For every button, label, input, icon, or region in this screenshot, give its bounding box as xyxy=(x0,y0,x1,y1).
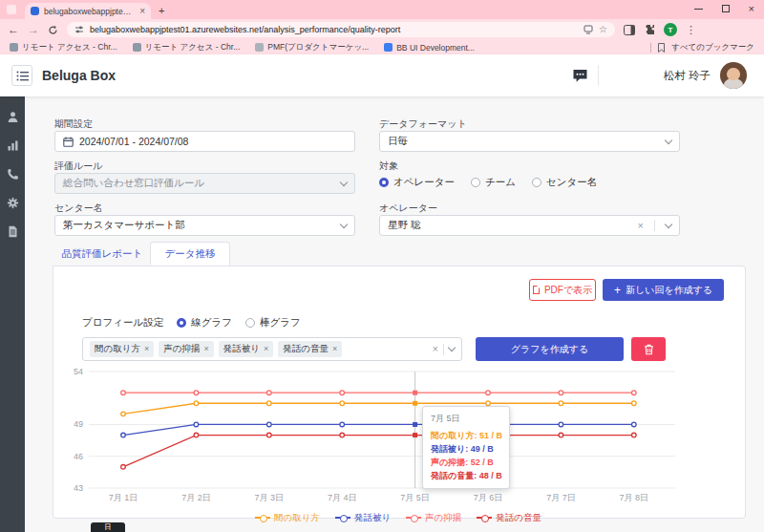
browser-menu-icon[interactable]: ⋮ xyxy=(686,25,696,35)
bookmark-item[interactable]: リモート アクセス - Chr... xyxy=(133,42,241,53)
close-icon[interactable]: × xyxy=(749,4,754,14)
address-action-icon[interactable] xyxy=(584,25,593,34)
url-text[interactable]: belugaboxwebappjptest01.azurewebsites.ne… xyxy=(90,25,578,34)
bookmark-item[interactable]: BB UI Development... xyxy=(384,43,475,53)
app-sidebar xyxy=(0,96,25,532)
chart-point-active[interactable] xyxy=(413,401,417,406)
sidebar-toggle-button[interactable] xyxy=(11,65,32,86)
chevron-down-icon[interactable] xyxy=(665,220,672,227)
chart-point[interactable] xyxy=(559,401,563,406)
chart-point[interactable] xyxy=(632,422,637,427)
bookmark-item[interactable]: リモート アクセス - Chr... xyxy=(10,42,117,53)
metrics-multiselect[interactable]: 間の取り方 × 声の抑揚 × 発話被り × 発話の音量 × × xyxy=(82,337,462,361)
bookmark-star-icon[interactable]: ☆ xyxy=(599,25,607,34)
chart-point[interactable] xyxy=(559,422,563,427)
remove-chip-icon[interactable]: × xyxy=(144,345,149,353)
bookmark-item[interactable]: PMF(プロダクトマーケッ... xyxy=(255,42,369,53)
clear-all-icon[interactable]: × xyxy=(433,344,438,354)
chart-point[interactable] xyxy=(121,412,126,416)
tab-quality-report[interactable]: 品質評価レポート xyxy=(54,242,150,266)
back-icon[interactable]: ← xyxy=(8,24,19,35)
radio-line-graph[interactable] xyxy=(177,318,186,328)
chart-point[interactable] xyxy=(267,433,272,437)
chart-point[interactable] xyxy=(340,401,345,406)
browser-tab[interactable]: belugaboxwebappjptest01.azu × xyxy=(25,3,151,19)
sidebar-phone-icon[interactable] xyxy=(7,168,19,181)
chart-point[interactable] xyxy=(559,391,563,395)
forward-icon[interactable]: → xyxy=(28,24,39,35)
radio-operator[interactable] xyxy=(379,178,389,187)
chart-point[interactable] xyxy=(559,433,563,437)
tab-data-trend[interactable]: データ推移 xyxy=(150,242,230,266)
chart-point[interactable] xyxy=(267,422,272,427)
sidebar-user-icon[interactable] xyxy=(7,111,19,123)
tab-close-icon[interactable]: × xyxy=(139,7,145,16)
chart-point[interactable] xyxy=(486,391,491,395)
minimize-icon[interactable] xyxy=(694,9,703,10)
sidebar-chart-icon[interactable] xyxy=(7,139,19,152)
chart-point[interactable] xyxy=(121,465,126,470)
chart-point-active[interactable] xyxy=(413,433,417,437)
period-input[interactable]: 2024/07/01 - 2024/07/08 xyxy=(54,131,355,152)
radio-center[interactable] xyxy=(532,178,541,187)
chart-point[interactable] xyxy=(340,391,345,395)
reload-icon[interactable] xyxy=(48,25,58,35)
extensions-icon[interactable] xyxy=(644,24,655,35)
x-tick-label: 7月 6日 xyxy=(474,493,503,502)
chart-point[interactable] xyxy=(121,391,126,395)
chart-point[interactable] xyxy=(632,391,637,395)
metric-chip[interactable]: 間の取り方 × xyxy=(90,341,154,357)
metric-chip[interactable]: 声の抑揚 × xyxy=(159,341,214,357)
chart-point[interactable] xyxy=(267,401,272,406)
all-bookmarks[interactable]: すべてのブックマーク xyxy=(650,42,754,53)
remove-chip-icon[interactable]: × xyxy=(332,345,337,353)
chart-point[interactable] xyxy=(194,433,199,437)
clear-icon[interactable]: × xyxy=(638,221,644,231)
legend-item[interactable]: 間の取り方 xyxy=(255,512,320,524)
chart-point[interactable] xyxy=(267,391,272,395)
radio-team[interactable] xyxy=(471,178,480,187)
trend-chart-svg[interactable]: 434649547月 1日7月 2日7月 3日7月 4日7月 5日7月 6日7月… xyxy=(64,366,732,505)
side-panel-icon[interactable] xyxy=(624,25,635,35)
x-tick-label: 7月 2日 xyxy=(181,493,211,502)
legend-item[interactable]: 発話被り xyxy=(335,512,391,524)
chart-point[interactable] xyxy=(194,401,199,406)
chart-point[interactable] xyxy=(340,422,345,427)
chart-point[interactable] xyxy=(632,433,637,437)
user-avatar[interactable] xyxy=(720,62,747,89)
maximize-icon[interactable] xyxy=(722,5,730,12)
chart-point-active[interactable] xyxy=(413,391,417,395)
legend-item[interactable]: 発話の音量 xyxy=(477,512,541,524)
operator-select[interactable]: 星野 聡 × xyxy=(379,215,680,236)
sidebar-document-icon[interactable] xyxy=(7,225,19,238)
legend-item[interactable]: 声の抑揚 xyxy=(406,512,461,524)
radio-bar-graph[interactable] xyxy=(245,318,255,328)
create-new-button[interactable]: + 新しい回を作成する xyxy=(603,279,724,301)
site-settings-icon[interactable] xyxy=(74,25,84,34)
chevron-down-icon[interactable] xyxy=(448,344,456,351)
remove-chip-icon[interactable]: × xyxy=(264,345,268,353)
sidebar-settings-icon[interactable] xyxy=(7,197,19,209)
chart-point[interactable] xyxy=(632,401,637,406)
rule-select[interactable]: 総合問い合わせ窓口評価ルール xyxy=(54,173,355,194)
chat-icon[interactable] xyxy=(572,69,588,83)
create-graph-button[interactable]: グラフを作成する xyxy=(476,337,624,361)
new-tab-button[interactable]: + xyxy=(159,6,164,16)
pdf-button[interactable]: PDFで表示 xyxy=(529,279,596,301)
address-bar[interactable]: belugaboxwebappjptest01.azurewebsites.ne… xyxy=(67,22,615,37)
data-format-select[interactable]: 日毎 xyxy=(379,131,680,152)
center-select[interactable]: 第一カスタマーサポート部 xyxy=(54,215,355,236)
graph-type-line-option[interactable]: 線グラフ xyxy=(177,316,232,330)
profile-avatar[interactable]: T xyxy=(664,23,677,36)
metric-chip[interactable]: 発話の音量 × xyxy=(278,341,342,357)
delete-button[interactable] xyxy=(631,337,666,361)
chart-point[interactable] xyxy=(486,401,491,406)
graph-type-bar-option[interactable]: 棒グラフ xyxy=(245,316,301,330)
remove-chip-icon[interactable]: × xyxy=(203,345,208,353)
chart-point[interactable] xyxy=(121,433,126,437)
metric-chip[interactable]: 発話被り × xyxy=(219,341,274,357)
chart-point[interactable] xyxy=(194,422,199,427)
chart-point-active[interactable] xyxy=(413,422,417,427)
chart-point[interactable] xyxy=(194,391,199,395)
chart-point[interactable] xyxy=(340,433,345,437)
